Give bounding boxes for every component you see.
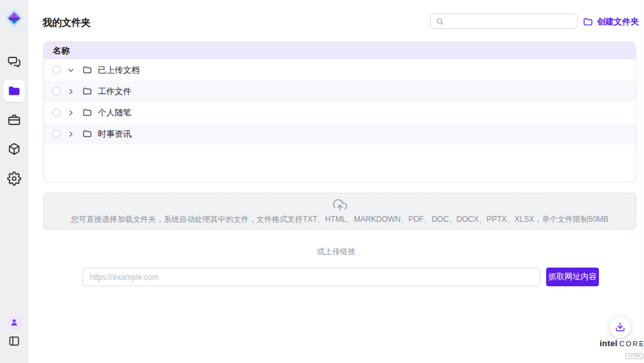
row-checkbox[interactable] (52, 108, 61, 117)
scrollbar-track (641, 0, 642, 363)
folder-row-label: 工作文件 (98, 86, 131, 97)
folder-icon (7, 84, 21, 98)
folder-row[interactable]: 工作文件 (44, 81, 636, 102)
core-wordmark: core (620, 340, 644, 348)
url-input[interactable] (82, 268, 540, 286)
cube-icon[interactable] (7, 142, 21, 156)
user-avatar[interactable] (6, 315, 22, 330)
create-folder-label: 创建文件夹 (597, 16, 639, 28)
row-checkbox[interactable] (52, 66, 61, 74)
folder-row[interactable]: 个人随笔 (44, 102, 636, 123)
cloud-upload-icon (333, 198, 347, 212)
sidebar-item-folders[interactable] (3, 80, 25, 102)
row-checkbox[interactable] (52, 130, 61, 138)
create-folder-button[interactable]: 创建文件夹 (583, 16, 639, 28)
chevron-icon[interactable] (67, 130, 75, 138)
folder-row[interactable]: 已上传文档 (44, 59, 636, 81)
folder-row-label: 已上传文档 (98, 64, 140, 76)
row-checkbox[interactable] (52, 87, 61, 95)
chevron-icon[interactable] (67, 88, 75, 95)
briefcase-icon[interactable] (7, 113, 21, 127)
intel-wordmark: intel (600, 338, 618, 348)
chevron-icon[interactable] (67, 66, 75, 74)
folder-row-label: 时事资讯 (98, 128, 131, 140)
folder-row[interactable]: 时事资讯 (44, 123, 636, 144)
upload-dropzone[interactable]: 您可直接选择加载文件夹，系统自动处理其中的文件，文件格式支持TXT、HTML、M… (43, 193, 636, 230)
ultra-badge: ultra (625, 353, 643, 359)
person-icon (10, 318, 19, 327)
search-box[interactable] (430, 14, 578, 29)
chat-icon[interactable] (7, 55, 21, 69)
folder-table-body: 已上传文档 工作文件 (44, 59, 636, 144)
upload-link-divider: 或上传链接 (28, 246, 644, 257)
app-logo-icon (3, 6, 25, 30)
upload-hint-text: 您可直接选择加载文件夹，系统自动处理其中的文件，文件格式支持TXT、HTML、M… (71, 214, 609, 225)
table-header-name: 名称 (44, 42, 636, 59)
page-title: 我的文件夹 (43, 17, 91, 29)
folder-table: 名称 已上传文档 (43, 41, 636, 182)
folder-icon (82, 65, 92, 75)
folder-icon (82, 86, 92, 96)
fetch-url-button[interactable]: 抓取网址内容 (546, 268, 599, 286)
search-input[interactable] (448, 17, 572, 26)
collapse-panel-icon[interactable] (8, 335, 21, 348)
folder-icon (82, 108, 92, 117)
download-icon (615, 322, 625, 332)
folder-row-label: 个人随笔 (98, 107, 131, 119)
download-fab-button[interactable] (609, 316, 631, 338)
folder-icon (82, 129, 92, 139)
search-icon (436, 17, 444, 25)
chevron-icon[interactable] (67, 109, 75, 117)
intel-core-logo: intel core ultra (600, 338, 639, 360)
settings-gear-icon[interactable] (7, 172, 21, 186)
app-window: 我的文件夹 创建文件夹 名称 已 (0, 0, 644, 363)
sidebar (0, 0, 28, 363)
folder-plus-icon (583, 17, 593, 27)
